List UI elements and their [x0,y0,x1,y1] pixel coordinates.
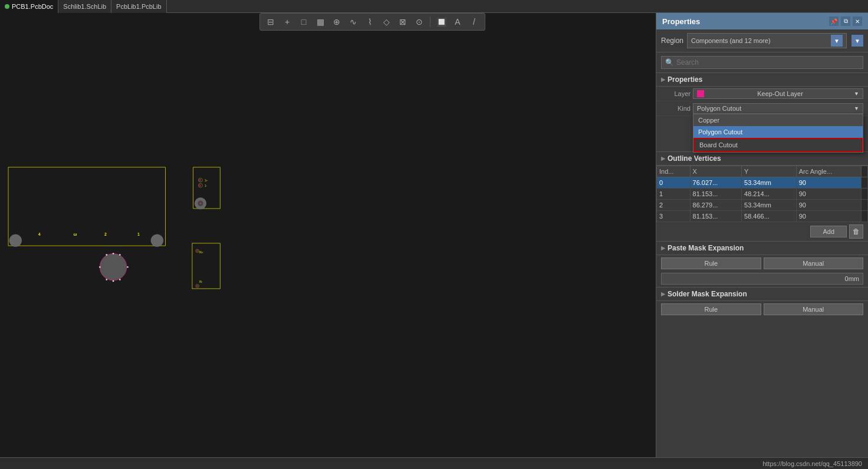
tab-schlib1[interactable]: Schlib1.SchLib [58,0,111,13]
cell-x-3: 81.153... [690,211,742,222]
solder-mask-section-header[interactable]: ▶ Solder Mask Expansion [656,287,868,301]
cell-index-0: 0 [657,177,691,189]
cell-arc-0: 90 [796,177,861,189]
cell-x-0: 76.027... [690,177,742,189]
col-header-arc: Arc Angle... [796,166,861,177]
panel-float-btn[interactable]: ⧉ [841,16,850,26]
toolbar-checkbox-btn[interactable]: ⊠ [396,15,410,29]
tab-pcblib1[interactable]: PcbLib1.PcbLib [111,0,166,13]
toolbar-divider-1 [430,16,430,27]
outline-vertices-arrow: ▶ [661,156,665,161]
table-row[interactable]: 1 81.153... 48.214... 90 [657,189,868,200]
svg-point-26 [196,250,198,252]
toolbar-text-btn[interactable]: A [451,15,465,29]
toolbar-rect-btn[interactable]: □ [297,15,311,29]
toolbar-wave-btn[interactable]: ∿ [346,15,360,29]
toolbar-pen-btn[interactable]: / [467,15,481,29]
paste-mask-manual-btn[interactable]: Manual [764,257,864,269]
layer-label: Layer [661,90,691,97]
layer-indicator [697,90,704,97]
vertices-table-container: Ind... X Y Arc Angle... 0 76.027... 53.3… [656,166,868,222]
tab-dot-pcb1 [5,4,9,9]
table-row[interactable]: 2 86.279... 53.34mm 90 [657,200,868,211]
cell-y-3: 58.466... [742,211,797,222]
properties-section-arrow: ▶ [661,77,665,82]
col-header-x: X [690,166,742,177]
region-label: Region [661,37,683,45]
status-bar: https://blog.csdn.net/qq_45113890 [0,457,868,469]
kind-select[interactable]: Polygon Cutout ▼ [693,103,863,114]
svg-point-29 [196,285,198,287]
toolbar-diamond-btn[interactable]: ◇ [379,15,393,29]
pcb-canvas-area[interactable]: 4 ω 2 1 1+ 1- IN+ [0,13,225,469]
toolbar-circle-btn[interactable]: ⊕ [330,15,344,29]
paste-mask-rule-btn[interactable]: Rule [661,257,761,269]
tab-bar: PCB1.PcbDoc Schlib1.SchLib PcbLib1.PcbLi… [0,0,868,13]
toolbar-add-btn[interactable]: + [280,15,294,29]
tab-pcb1[interactable]: PCB1.PcbDoc [0,0,58,13]
region-value[interactable]: Components (and 12 more) ▼ [687,33,847,48]
region-filter-btn[interactable]: ▼ [831,35,843,47]
add-delete-row: Add 🗑 [656,222,868,241]
cell-arc-2: 90 [796,200,861,211]
toolbar-filter-btn[interactable]: ⊟ [264,15,278,29]
svg-rect-17 [99,266,100,267]
header-controls: 📌 ⧉ ✕ [829,16,862,26]
layer-value: Keep-Out Layer [757,90,803,97]
col-header-y: Y [742,166,797,177]
solder-mask-rule-btn[interactable]: Rule [661,303,761,315]
cell-scroll-2 [862,200,868,211]
kind-option-polygon[interactable]: Polygon Cutout [693,126,863,138]
svg-point-14 [9,234,22,247]
svg-text:1-: 1- [205,184,208,187]
search-container: 🔍 [661,56,863,69]
paste-mask-value-input[interactable] [661,273,863,285]
toolbar-frame-btn[interactable]: 🔲 [434,15,448,29]
cell-y-0: 53.34mm [742,177,797,189]
svg-rect-18 [127,266,129,267]
kind-option-copper[interactable]: Copper [693,114,863,126]
kind-option-board[interactable]: Board Cutout [693,138,863,152]
paste-mask-value-row [656,272,868,287]
search-input[interactable] [676,58,859,67]
table-row[interactable]: 0 76.027... 53.34mm 90 [657,177,868,189]
toolbar-path-btn[interactable]: ⌇ [363,15,377,29]
outline-vertices-section-header[interactable]: ▶ Outline Vertices [656,151,868,166]
svg-rect-21 [106,254,107,255]
cell-y-2: 53.34mm [742,200,797,211]
toolbar-grid-btn[interactable]: ▦ [313,15,327,29]
main-toolbar: ⊟ + □ ▦ ⊕ ∿ ⌇ ◇ ⊠ ⊙ 🔲 A / [259,13,485,31]
panel-close-btn[interactable]: ✕ [853,16,862,26]
panel-pin-btn[interactable]: 📌 [829,16,839,26]
properties-section-header[interactable]: ▶ Properties [656,72,868,87]
solder-mask-label: Solder Mask Expansion [668,290,747,298]
region-dropdown-btn[interactable]: ▼ [851,35,863,47]
table-row[interactable]: 3 81.153... 58.466... 90 [657,211,868,222]
outline-vertices-label: Outline Vertices [668,154,721,163]
toolbar-target-btn[interactable]: ⊙ [412,15,426,29]
col-header-index: Ind... [657,166,691,177]
properties-panel: Properties 📌 ⧉ ✕ Region Components (and … [656,13,868,457]
cell-arc-3: 90 [796,211,861,222]
kind-label: Kind [661,105,691,112]
tab-label-pcb1: PCB1.PcbDoc [12,3,53,10]
add-vertex-button[interactable]: Add [810,226,847,237]
paste-mask-label: Paste Mask Expansion [668,244,744,252]
kind-row: Kind Polygon Cutout ▼ Copper Polygon Cut… [656,101,868,116]
delete-vertex-button[interactable]: 🗑 [849,224,863,239]
layer-row: Layer Keep-Out Layer ▼ [656,87,868,101]
svg-text:ω: ω [73,232,77,236]
search-icon: 🔍 [665,58,674,67]
paste-mask-section-header[interactable]: ▶ Paste Mask Expansion [656,241,868,255]
region-row: Region Components (and 12 more) ▼ ▼ [656,29,868,52]
svg-point-13 [199,184,201,187]
kind-dropdown-arrow: ▼ [854,105,859,111]
solder-mask-manual-btn[interactable]: Manual [764,303,864,315]
kind-value: Polygon Cutout [697,105,741,112]
svg-text:1+: 1+ [205,179,208,182]
cell-index-3: 3 [657,211,691,222]
svg-text:1: 1 [137,232,140,236]
layer-select[interactable]: Keep-Out Layer ▼ [693,88,863,99]
solder-mask-rule-manual: Rule Manual [656,301,868,318]
tab-label-pcblib1: PcbLib1.PcbLib [116,3,161,10]
